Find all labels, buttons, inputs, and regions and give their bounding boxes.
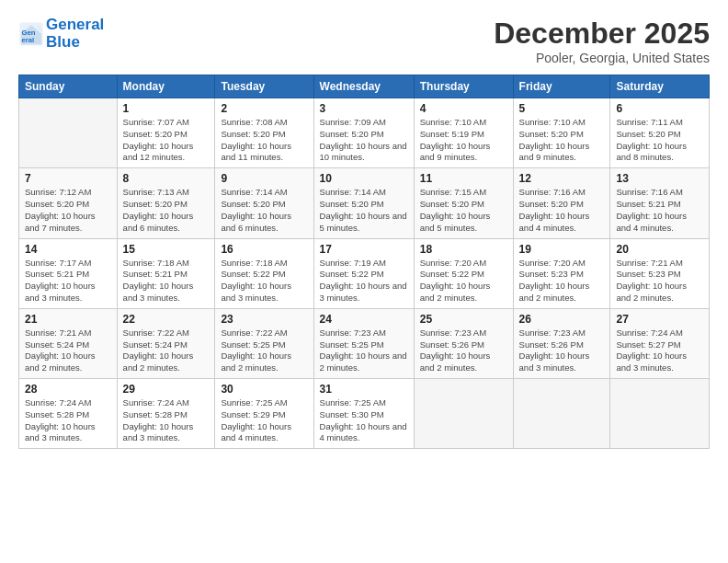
col-monday: Monday bbox=[117, 75, 215, 98]
col-sunday: Sunday bbox=[19, 75, 118, 98]
cell-date: 22 bbox=[123, 313, 210, 326]
week-row-4: 21Sunrise: 7:21 AMSunset: 5:24 PMDayligh… bbox=[19, 308, 710, 378]
cell-date: 16 bbox=[221, 243, 307, 256]
cell-date: 23 bbox=[221, 313, 307, 326]
calendar-cell: 8Sunrise: 7:13 AMSunset: 5:20 PMDaylight… bbox=[117, 168, 215, 238]
cell-info: Sunrise: 7:18 AMSunset: 5:21 PMDaylight:… bbox=[123, 258, 210, 304]
calendar-cell: 5Sunrise: 7:10 AMSunset: 5:20 PMDaylight… bbox=[513, 98, 610, 168]
calendar-cell: 17Sunrise: 7:19 AMSunset: 5:22 PMDayligh… bbox=[313, 238, 414, 308]
cell-info: Sunrise: 7:24 AMSunset: 5:27 PMDaylight:… bbox=[616, 327, 703, 374]
col-saturday: Saturday bbox=[610, 75, 710, 98]
header: Gen eral General Blue December 2025 Pool… bbox=[18, 17, 710, 65]
cell-date: 21 bbox=[25, 313, 111, 326]
cell-date: 1 bbox=[123, 102, 210, 115]
calendar-cell: 4Sunrise: 7:10 AMSunset: 5:19 PMDaylight… bbox=[414, 98, 513, 168]
cell-date: 18 bbox=[420, 243, 507, 256]
calendar-cell: 10Sunrise: 7:14 AMSunset: 5:20 PMDayligh… bbox=[313, 168, 414, 238]
cell-date: 4 bbox=[420, 102, 507, 115]
cell-date: 3 bbox=[320, 102, 408, 115]
logo-text: General Blue bbox=[46, 17, 104, 51]
calendar-cell: 11Sunrise: 7:15 AMSunset: 5:20 PMDayligh… bbox=[414, 168, 513, 238]
calendar-cell: 21Sunrise: 7:21 AMSunset: 5:24 PMDayligh… bbox=[19, 308, 118, 378]
calendar-cell: 22Sunrise: 7:22 AMSunset: 5:24 PMDayligh… bbox=[117, 308, 215, 378]
cell-info: Sunrise: 7:24 AMSunset: 5:28 PMDaylight:… bbox=[123, 397, 210, 444]
header-row: Sunday Monday Tuesday Wednesday Thursday… bbox=[19, 75, 710, 98]
calendar-cell: 16Sunrise: 7:18 AMSunset: 5:22 PMDayligh… bbox=[215, 238, 313, 308]
calendar-cell: 7Sunrise: 7:12 AMSunset: 5:20 PMDaylight… bbox=[19, 168, 118, 238]
cell-info: Sunrise: 7:22 AMSunset: 5:25 PMDaylight:… bbox=[221, 327, 307, 374]
cell-date: 26 bbox=[519, 313, 605, 326]
cell-date: 9 bbox=[221, 172, 307, 185]
calendar-table: Sunday Monday Tuesday Wednesday Thursday… bbox=[18, 75, 710, 449]
week-row-5: 28Sunrise: 7:24 AMSunset: 5:28 PMDayligh… bbox=[19, 379, 710, 449]
cell-info: Sunrise: 7:12 AMSunset: 5:20 PMDaylight:… bbox=[25, 187, 111, 234]
calendar-cell: 15Sunrise: 7:18 AMSunset: 5:21 PMDayligh… bbox=[117, 238, 215, 308]
cell-info: Sunrise: 7:10 AMSunset: 5:19 PMDaylight:… bbox=[420, 117, 507, 164]
cell-info: Sunrise: 7:10 AMSunset: 5:20 PMDaylight:… bbox=[519, 117, 605, 164]
cell-info: Sunrise: 7:22 AMSunset: 5:24 PMDaylight:… bbox=[123, 327, 210, 374]
cell-date: 31 bbox=[320, 383, 408, 396]
cell-date: 19 bbox=[519, 243, 605, 256]
week-row-2: 7Sunrise: 7:12 AMSunset: 5:20 PMDaylight… bbox=[19, 168, 710, 238]
calendar-cell: 3Sunrise: 7:09 AMSunset: 5:20 PMDaylight… bbox=[313, 98, 414, 168]
calendar-cell: 30Sunrise: 7:25 AMSunset: 5:29 PMDayligh… bbox=[215, 379, 313, 449]
cell-info: Sunrise: 7:17 AMSunset: 5:21 PMDaylight:… bbox=[25, 258, 111, 304]
logo: Gen eral General Blue bbox=[18, 17, 104, 51]
calendar-cell: 14Sunrise: 7:17 AMSunset: 5:21 PMDayligh… bbox=[19, 238, 118, 308]
calendar-cell: 6Sunrise: 7:11 AMSunset: 5:20 PMDaylight… bbox=[610, 98, 710, 168]
cell-date: 8 bbox=[123, 172, 210, 185]
cell-date: 15 bbox=[123, 243, 210, 256]
logo-blue: Blue bbox=[46, 33, 80, 51]
week-row-3: 14Sunrise: 7:17 AMSunset: 5:21 PMDayligh… bbox=[19, 238, 710, 308]
cell-info: Sunrise: 7:20 AMSunset: 5:23 PMDaylight:… bbox=[519, 258, 605, 304]
cell-date: 24 bbox=[320, 313, 408, 326]
calendar-cell: 24Sunrise: 7:23 AMSunset: 5:25 PMDayligh… bbox=[313, 308, 414, 378]
calendar-cell: 13Sunrise: 7:16 AMSunset: 5:21 PMDayligh… bbox=[610, 168, 710, 238]
location: Pooler, Georgia, United States bbox=[494, 51, 710, 65]
cell-date: 28 bbox=[25, 383, 111, 396]
calendar-cell: 19Sunrise: 7:20 AMSunset: 5:23 PMDayligh… bbox=[513, 238, 610, 308]
cell-date: 17 bbox=[320, 243, 408, 256]
cell-info: Sunrise: 7:14 AMSunset: 5:20 PMDaylight:… bbox=[221, 187, 307, 234]
cell-date: 7 bbox=[25, 172, 111, 185]
calendar-cell: 28Sunrise: 7:24 AMSunset: 5:28 PMDayligh… bbox=[19, 379, 118, 449]
col-friday: Friday bbox=[513, 75, 610, 98]
calendar-cell: 1Sunrise: 7:07 AMSunset: 5:20 PMDaylight… bbox=[117, 98, 215, 168]
cell-info: Sunrise: 7:21 AMSunset: 5:23 PMDaylight:… bbox=[616, 258, 703, 304]
calendar-cell: 26Sunrise: 7:23 AMSunset: 5:26 PMDayligh… bbox=[513, 308, 610, 378]
logo-general: General bbox=[46, 16, 104, 33]
cell-date: 2 bbox=[221, 102, 307, 115]
calendar-cell: 27Sunrise: 7:24 AMSunset: 5:27 PMDayligh… bbox=[610, 308, 710, 378]
cell-date: 30 bbox=[221, 383, 307, 396]
cell-info: Sunrise: 7:08 AMSunset: 5:20 PMDaylight:… bbox=[221, 117, 307, 164]
cell-info: Sunrise: 7:21 AMSunset: 5:24 PMDaylight:… bbox=[25, 327, 111, 374]
logo-icon: Gen eral bbox=[18, 21, 44, 47]
cell-info: Sunrise: 7:25 AMSunset: 5:30 PMDaylight:… bbox=[320, 397, 408, 444]
calendar-cell bbox=[513, 379, 610, 449]
cell-info: Sunrise: 7:16 AMSunset: 5:21 PMDaylight:… bbox=[616, 187, 703, 234]
col-tuesday: Tuesday bbox=[215, 75, 313, 98]
cell-date: 25 bbox=[420, 313, 507, 326]
cell-info: Sunrise: 7:23 AMSunset: 5:26 PMDaylight:… bbox=[519, 327, 605, 374]
cell-date: 29 bbox=[123, 383, 210, 396]
calendar-page: Gen eral General Blue December 2025 Pool… bbox=[0, 0, 728, 563]
cell-info: Sunrise: 7:23 AMSunset: 5:25 PMDaylight:… bbox=[320, 327, 408, 374]
calendar-cell: 31Sunrise: 7:25 AMSunset: 5:30 PMDayligh… bbox=[313, 379, 414, 449]
cell-info: Sunrise: 7:18 AMSunset: 5:22 PMDaylight:… bbox=[221, 258, 307, 304]
svg-text:eral: eral bbox=[22, 36, 35, 44]
calendar-cell: 25Sunrise: 7:23 AMSunset: 5:26 PMDayligh… bbox=[414, 308, 513, 378]
week-row-1: 1Sunrise: 7:07 AMSunset: 5:20 PMDaylight… bbox=[19, 98, 710, 168]
col-thursday: Thursday bbox=[414, 75, 513, 98]
calendar-cell bbox=[610, 379, 710, 449]
cell-date: 10 bbox=[320, 172, 408, 185]
cell-info: Sunrise: 7:20 AMSunset: 5:22 PMDaylight:… bbox=[420, 258, 507, 304]
cell-date: 12 bbox=[519, 172, 605, 185]
cell-info: Sunrise: 7:13 AMSunset: 5:20 PMDaylight:… bbox=[123, 187, 210, 234]
cell-info: Sunrise: 7:11 AMSunset: 5:20 PMDaylight:… bbox=[616, 117, 703, 164]
cell-info: Sunrise: 7:25 AMSunset: 5:29 PMDaylight:… bbox=[221, 397, 307, 444]
col-wednesday: Wednesday bbox=[313, 75, 414, 98]
cell-info: Sunrise: 7:15 AMSunset: 5:20 PMDaylight:… bbox=[420, 187, 507, 234]
cell-date: 20 bbox=[616, 243, 703, 256]
calendar-cell: 20Sunrise: 7:21 AMSunset: 5:23 PMDayligh… bbox=[610, 238, 710, 308]
cell-date: 27 bbox=[616, 313, 703, 326]
